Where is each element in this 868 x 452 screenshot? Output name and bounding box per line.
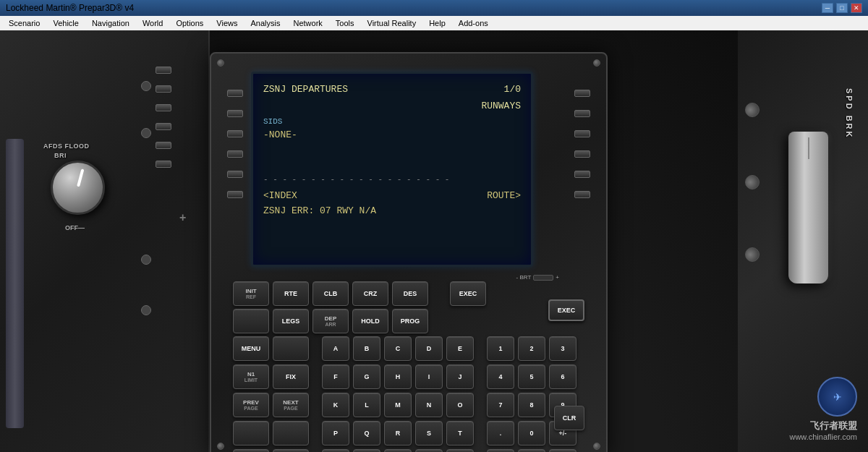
menu-addons[interactable]: Add-ons <box>453 17 494 29</box>
key-prev-page[interactable]: PREVPAGE <box>233 393 269 417</box>
key-clb[interactable]: CLB <box>312 281 349 306</box>
lsk-r5[interactable] <box>574 171 590 178</box>
key-o[interactable]: O <box>446 393 474 417</box>
key-k[interactable]: K <box>322 393 349 417</box>
key-n[interactable]: N <box>415 393 443 417</box>
menu-analysis[interactable]: Analysis <box>245 17 286 29</box>
key-e[interactable]: E <box>446 336 474 361</box>
menu-vr[interactable]: Virtual Reality <box>362 17 422 29</box>
left-side-buttons <box>156 67 171 168</box>
func-row-1: INITREF RTE CLB CRZ DES EXEC <box>233 281 587 306</box>
key-dot[interactable]: . <box>487 421 514 445</box>
brightness-knob[interactable] <box>51 161 105 215</box>
lsk-left-4[interactable] <box>156 123 171 130</box>
title-text: Lockheed Martin® Prepar3D® v4 <box>6 3 134 13</box>
key-i[interactable]: I <box>415 364 443 389</box>
key-clr[interactable]: CLR <box>554 406 584 430</box>
key-legs[interactable]: LEGS <box>273 309 309 333</box>
key-f[interactable]: F <box>322 364 349 389</box>
lsk-left-1[interactable] <box>156 67 171 74</box>
lsk-l6[interactable] <box>227 191 243 198</box>
lsk-l1[interactable] <box>227 90 243 97</box>
key-7[interactable]: 7 <box>487 393 514 417</box>
key-b[interactable]: B <box>353 336 380 361</box>
key-n1-limit[interactable]: N1LIMIT <box>233 364 269 389</box>
lsk-l5[interactable] <box>227 171 243 178</box>
screw-tr <box>593 59 600 67</box>
key-6[interactable]: 6 <box>549 364 576 389</box>
lsk-l4[interactable] <box>227 150 243 158</box>
lsk-r3[interactable] <box>574 130 590 137</box>
lsk-r6[interactable] <box>574 191 590 198</box>
key-x[interactable]: X <box>415 449 443 452</box>
key-d[interactable]: D <box>415 336 443 361</box>
key-w[interactable]: W <box>384 449 412 452</box>
menu-world[interactable]: World <box>137 17 169 29</box>
lsk-r4[interactable] <box>574 150 590 158</box>
afds-flood-label: AFDS FLOOD <box>43 142 90 150</box>
key-slash[interactable]: / <box>549 449 576 452</box>
menu-help[interactable]: Help <box>423 17 451 29</box>
key-t[interactable]: T <box>446 421 474 445</box>
key-init-ref[interactable]: INITREF <box>233 281 269 306</box>
menu-options[interactable]: Options <box>170 17 209 29</box>
key-v[interactable]: V <box>353 449 380 452</box>
key-j[interactable]: J <box>446 364 474 389</box>
lsk-left-6[interactable] <box>156 161 171 168</box>
key-exec[interactable]: EXEC <box>450 281 486 306</box>
key-des[interactable]: DES <box>392 281 428 306</box>
key-y[interactable]: Y <box>446 449 474 452</box>
menu-network[interactable]: Network <box>287 17 328 29</box>
lsk-left-2[interactable] <box>156 85 171 93</box>
cdu-screen: ZSNJ DEPARTURES 1/0 RUNWAYS SIDS -NONE- <box>251 72 533 267</box>
minimize-button[interactable]: ─ <box>822 3 833 13</box>
key-2[interactable]: 2 <box>518 336 545 361</box>
key-p[interactable]: P <box>322 421 349 445</box>
lsk-left-3[interactable] <box>156 104 171 111</box>
key-fix[interactable]: FIX <box>273 364 309 389</box>
key-c[interactable]: C <box>384 336 412 361</box>
key-4[interactable]: 4 <box>487 364 514 389</box>
close-button[interactable]: ✕ <box>851 3 862 13</box>
key-l[interactable]: L <box>353 393 380 417</box>
menu-navigation[interactable]: Navigation <box>86 17 135 29</box>
lsk-left-5[interactable] <box>156 142 171 149</box>
menu-scenario[interactable]: Scenario <box>3 17 46 29</box>
lsk-r1[interactable] <box>574 90 590 97</box>
key-a[interactable]: A <box>322 336 349 361</box>
menu-views[interactable]: Views <box>210 17 243 29</box>
key-0[interactable]: 0 <box>518 421 545 445</box>
screw-br <box>593 443 600 450</box>
key-hold[interactable]: HOLD <box>352 309 388 333</box>
watermark: ✈ 飞行者联盟 www.chinaflier.com <box>789 377 857 441</box>
key-h[interactable]: H <box>384 364 412 389</box>
key-q[interactable]: Q <box>353 421 380 445</box>
key-dep-arr[interactable]: DEPARR <box>312 309 349 333</box>
key-prog[interactable]: PROG <box>392 309 428 333</box>
key-del[interactable]: DEL <box>518 449 545 452</box>
key-1[interactable]: 1 <box>487 336 514 361</box>
brt-slider[interactable] <box>533 275 553 281</box>
key-sp[interactable]: SP <box>487 449 514 452</box>
key-next-page[interactable]: NEXTPAGE <box>273 393 309 417</box>
watermark-site: www.chinaflier.com <box>789 432 857 441</box>
speed-brake-handle[interactable] <box>788 132 828 283</box>
key-crz[interactable]: CRZ <box>352 281 388 306</box>
key-menu[interactable]: MENU <box>233 336 269 361</box>
menu-vehicle[interactable]: Vehicle <box>47 17 84 29</box>
off-label: OFF— <box>65 224 85 231</box>
key-m[interactable]: M <box>384 393 412 417</box>
key-r[interactable]: R <box>384 421 412 445</box>
key-3[interactable]: 3 <box>549 336 576 361</box>
key-u[interactable]: U <box>322 449 349 452</box>
key-rte[interactable]: RTE <box>273 281 309 306</box>
lsk-l3[interactable] <box>227 130 243 137</box>
lsk-r2[interactable] <box>574 110 590 117</box>
maximize-button[interactable]: □ <box>836 3 848 13</box>
key-g[interactable]: G <box>353 364 380 389</box>
key-5[interactable]: 5 <box>518 364 545 389</box>
key-8[interactable]: 8 <box>518 393 545 417</box>
key-s[interactable]: S <box>415 421 443 445</box>
menu-tools[interactable]: Tools <box>330 17 360 29</box>
lsk-l2[interactable] <box>227 110 243 117</box>
